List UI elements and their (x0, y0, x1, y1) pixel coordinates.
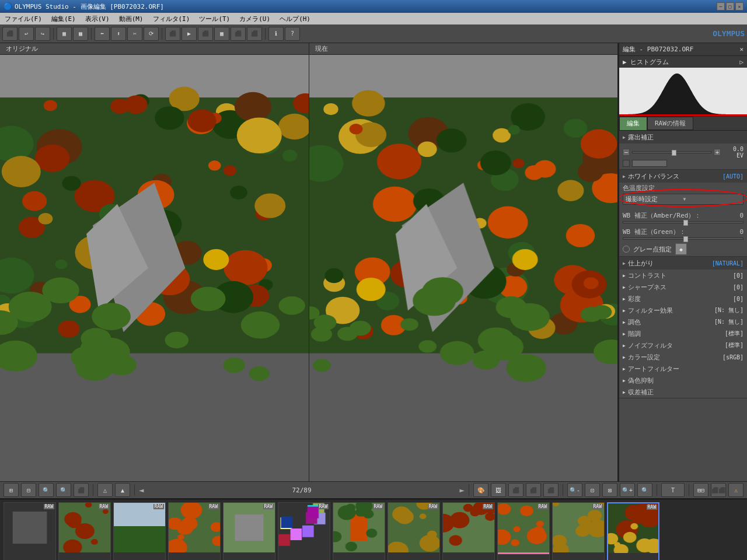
tab-raw[interactable]: RAWの情報 (647, 117, 693, 130)
toolbar-info[interactable]: ℹ (268, 27, 284, 41)
toolbar-btn-7[interactable]: ⬆ (111, 27, 126, 41)
zoom-fit[interactable]: ⊠ (602, 483, 617, 497)
zoom-custom[interactable]: 🔍 (637, 483, 652, 497)
menu-edit[interactable]: 編集(E) (49, 14, 78, 24)
finishing-section: ▶ 仕上がり [NATURAL] ▶ コントラスト [0] ▶ シャープネス [… (619, 257, 747, 398)
nav-prev[interactable]: ◄ (139, 485, 144, 495)
exposure-minus[interactable]: ─ (623, 149, 630, 156)
contrast-triangle: ▶ (623, 273, 626, 278)
close-button[interactable]: ✕ (735, 2, 743, 10)
bottom-text[interactable]: T (661, 483, 685, 497)
menu-filter[interactable]: フィルタ(I) (151, 14, 193, 24)
display-btn[interactable]: ⬛⬛ (711, 483, 726, 497)
wb-green-thumb[interactable] (683, 236, 688, 242)
tab-edit[interactable]: 編集 (619, 117, 647, 130)
toolbar-btn-11[interactable]: ▶ (181, 27, 197, 41)
grey-point-radio[interactable] (623, 246, 630, 253)
thumb-11[interactable]: RAW (552, 502, 605, 561)
finishing-header[interactable]: ▶ 仕上がり [NATURAL] (619, 257, 747, 270)
wb-dropdown[interactable]: 撮影時設定 ▼ (623, 194, 743, 205)
exposure-thumb[interactable] (672, 150, 676, 156)
settings-panel[interactable]: ▶ 露出補正 ─ + 0.0 EV (619, 131, 747, 481)
bottom-btn-11[interactable]: ⬛ (526, 483, 541, 497)
toolbar-btn-2[interactable]: ↩ (19, 27, 34, 41)
bottom-btn-7[interactable]: ▲ (115, 483, 130, 497)
wb-amber-group: WB 補正（Amber/Red）： 0 (623, 209, 743, 223)
toolbar-help[interactable]: ? (285, 27, 300, 41)
thumb-5[interactable]: RAW (223, 502, 275, 561)
minimize-button[interactable]: ─ (717, 2, 725, 10)
menu-movie[interactable]: 動画(M) (117, 14, 146, 24)
bottom-btn-4[interactable]: 🔍 (56, 483, 71, 497)
zoom-in[interactable]: 🔍+ (620, 483, 635, 497)
bottom-btn-9[interactable]: 🖼 (491, 483, 506, 497)
toolbar-btn-13[interactable]: ▦ (214, 27, 229, 41)
thumb-11-image (553, 503, 604, 552)
art-row: ▶ アートフィルター (619, 363, 747, 374)
menu-file[interactable]: ファイル(F) (2, 14, 44, 24)
noise-triangle: ▶ (623, 343, 626, 348)
bottom-sep-5 (657, 484, 657, 496)
thumb-8-badge: RAW (428, 504, 438, 509)
menu-view[interactable]: 表示(V) (83, 14, 112, 24)
bottom-btn-6[interactable]: △ (97, 483, 113, 497)
original-image-canvas (0, 55, 309, 481)
exposure-plus[interactable]: + (714, 149, 721, 156)
toolbar-btn-4[interactable]: ▦ (57, 27, 72, 41)
histogram-expand[interactable]: ▷ (739, 58, 743, 66)
toolbar-btn-8[interactable]: ✂ (127, 27, 142, 41)
zoom-actual[interactable]: ⊡ (585, 483, 600, 497)
thumb-4[interactable]: RAW (168, 502, 221, 561)
bottom-btn-2[interactable]: ⊟ (21, 483, 36, 497)
window-controls[interactable]: ─ □ ✕ (717, 2, 743, 10)
thumb-3[interactable]: RAW (113, 502, 166, 561)
thumb-12-indicator (608, 553, 658, 555)
color-row: ▶ カラー設定 [sRGB] (619, 351, 747, 363)
toolbar-btn-5[interactable]: ▩ (73, 27, 88, 41)
wb-header[interactable]: ▶ ホワイトバランス [AUTO] (619, 170, 747, 183)
bottom-btn-10[interactable]: ⬛ (508, 483, 523, 497)
maximize-button[interactable]: □ (726, 2, 734, 10)
thumb-12[interactable]: RAW (607, 502, 659, 561)
wb-amber-track[interactable] (623, 221, 743, 223)
exposure-check1[interactable] (623, 160, 630, 167)
bottom-btn-1[interactable]: ⊞ (4, 483, 19, 497)
menu-help[interactable]: ヘルプ(H) (277, 14, 313, 24)
bottom-btn-5[interactable]: ⬛ (74, 483, 89, 497)
nav-next[interactable]: ► (460, 485, 465, 495)
toolbar-btn-12[interactable]: ⬛ (198, 27, 213, 41)
toolbar-btn-9[interactable]: ⟳ (144, 27, 159, 41)
thumb-2[interactable]: RAW (58, 502, 111, 561)
toolbar-btn-1[interactable]: ⬛ (2, 27, 18, 41)
toolbar-btn-3[interactable]: ↪ (35, 27, 50, 41)
toolbar-btn-15[interactable]: ⬛ (247, 27, 262, 41)
wb-green-track[interactable] (623, 237, 743, 240)
toolbar-btn-14[interactable]: ⬛ (231, 27, 246, 41)
toolbar-btn-10[interactable]: ⬛ (165, 27, 180, 41)
current-image-canvas (309, 55, 618, 481)
compare-btn[interactable]: ⊞⊟ (693, 483, 708, 497)
bottom-btn-8[interactable]: 🎨 (473, 483, 488, 497)
bottom-btn-12[interactable]: ⬛ (543, 483, 558, 497)
menu-camera[interactable]: カメラ(U) (237, 14, 273, 24)
alert-btn[interactable]: ⚠ (728, 483, 743, 497)
exposure-header[interactable]: ▶ 露出補正 (619, 131, 747, 144)
thumb-1-indicator (4, 552, 55, 554)
zoom-out[interactable]: 🔍- (567, 483, 582, 497)
panel-close[interactable]: ✕ (739, 46, 743, 53)
white-point-button[interactable]: ◈ (675, 243, 687, 255)
exposure-input[interactable] (632, 160, 667, 167)
wb-amber-thumb[interactable] (683, 220, 688, 226)
thumb-1-image (4, 503, 55, 552)
bottom-btn-3[interactable]: 🔍 (39, 483, 54, 497)
thumb-9[interactable]: RAW (442, 502, 495, 561)
thumb-1[interactable]: RAW (4, 502, 56, 561)
thumb-6[interactable]: RAW (278, 502, 330, 561)
toolbar-btn-6[interactable]: ⬅ (95, 27, 110, 41)
thumb-8[interactable]: RAW (388, 502, 440, 561)
exposure-track[interactable] (632, 151, 711, 153)
menu-tools[interactable]: ツール(T) (197, 14, 232, 24)
thumb-7[interactable]: RAW (333, 502, 385, 561)
gradation-label: 階調 (628, 330, 725, 338)
thumb-10[interactable]: RAW (497, 502, 550, 561)
